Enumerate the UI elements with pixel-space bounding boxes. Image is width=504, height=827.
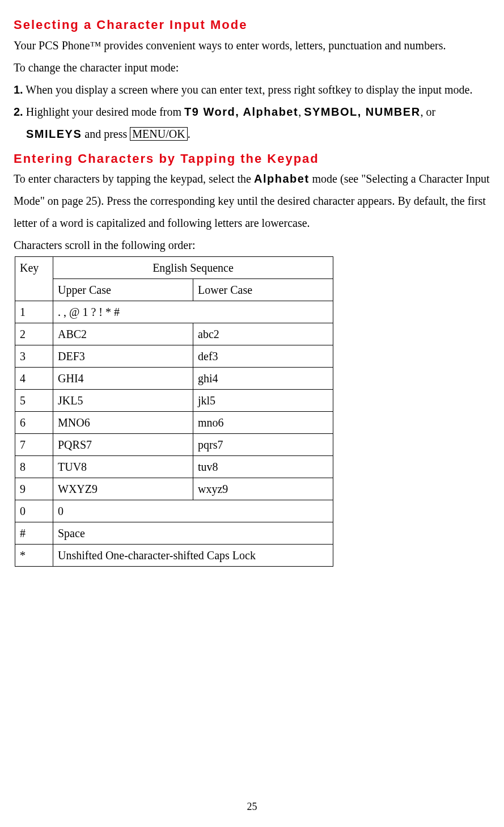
- th-english-sequence: English Sequence: [53, 257, 333, 279]
- page-number: 25: [14, 797, 490, 817]
- page: Selecting a Character Input Mode Your PC…: [14, 17, 490, 827]
- heading-tapping-keypad: Entering Characters by Tapping the Keypa…: [14, 151, 490, 167]
- step-2-text-b: and press: [82, 128, 130, 140]
- cell-span: 0: [53, 500, 333, 522]
- th-upper: Upper Case: [53, 279, 193, 301]
- heading-select-mode: Selecting a Character Input Mode: [14, 17, 490, 33]
- cell-upper: ABC2: [53, 323, 193, 345]
- th-lower: Lower Case: [193, 279, 333, 301]
- cell-lower: ghi4: [193, 368, 333, 390]
- table-row: 7PQRS7pqrs7: [15, 434, 333, 456]
- comma1: ,: [298, 106, 304, 118]
- cell-key: 4: [15, 368, 53, 390]
- table-row: 8TUV8tuv8: [15, 456, 333, 478]
- cell-key: 7: [15, 434, 53, 456]
- table-header-row: Key English Sequence: [15, 257, 333, 279]
- cell-key: 5: [15, 390, 53, 412]
- table-row: #Space: [15, 522, 333, 545]
- step-2-text-a: Highlight your desired mode from: [23, 106, 184, 118]
- cell-lower: mno6: [193, 412, 333, 434]
- cell-span: Unshifted One-character-shifted Caps Loc…: [53, 545, 333, 567]
- menu-ok-button: MENU/OK: [130, 127, 187, 141]
- cell-lower: abc2: [193, 323, 333, 345]
- cell-key: 0: [15, 500, 53, 522]
- cell-key: 3: [15, 345, 53, 368]
- table-row: 5JKL5jkl5: [15, 390, 333, 412]
- step-1: 1. When you display a screen where you c…: [14, 79, 490, 101]
- step-1-num: 1.: [14, 83, 23, 96]
- cell-lower: pqrs7: [193, 434, 333, 456]
- cell-upper: GHI4: [53, 368, 193, 390]
- table-row: 2ABC2abc2: [15, 323, 333, 345]
- para-intro: Your PCS Phone™ provides convenient ways…: [14, 35, 490, 57]
- cell-key: 9: [15, 478, 53, 500]
- mode-t9-alphabet: T9 Word, Alphabet: [184, 106, 298, 118]
- mode-symbol-number: SYMBOL, NUMBER: [304, 106, 420, 118]
- step-1-text: When you display a screen where you can …: [23, 83, 473, 96]
- para-tapping: To enter characters by tapping the keypa…: [14, 168, 490, 234]
- cell-span: . , @ 1 ? ! * #: [53, 301, 333, 323]
- mode-smileys: SMILEYS: [26, 128, 82, 140]
- para-scroll-order: Characters scroll in the following order…: [14, 234, 490, 256]
- table-row: 00: [15, 500, 333, 522]
- table-subheader-row: Upper Case Lower Case: [15, 279, 333, 301]
- cell-key: #: [15, 522, 53, 545]
- para-change: To change the character input mode:: [14, 57, 490, 79]
- table-row: 4GHI4ghi4: [15, 368, 333, 390]
- cell-upper: TUV8: [53, 456, 193, 478]
- alphabet-mode: Alphabet: [254, 172, 310, 185]
- th-key: Key: [15, 257, 53, 301]
- cell-lower: wxyz9: [193, 478, 333, 500]
- cell-upper: MNO6: [53, 412, 193, 434]
- table-row: *Unshifted One-character-shifted Caps Lo…: [15, 545, 333, 567]
- cell-key: *: [15, 545, 53, 567]
- period: .: [188, 128, 190, 140]
- cell-lower: tuv8: [193, 456, 333, 478]
- character-table: Key English Sequence Upper Case Lower Ca…: [15, 256, 333, 567]
- cell-key: 2: [15, 323, 53, 345]
- step-2-num: 2.: [14, 106, 23, 118]
- cell-span: Space: [53, 522, 333, 545]
- step-2: 2. Highlight your desired mode from T9 W…: [14, 101, 490, 145]
- cell-key: 1: [15, 301, 53, 323]
- cell-upper: WXYZ9: [53, 478, 193, 500]
- cell-upper: DEF3: [53, 345, 193, 368]
- cell-lower: def3: [193, 345, 333, 368]
- cell-upper: JKL5: [53, 390, 193, 412]
- table-row: 3DEF3def3: [15, 345, 333, 368]
- para-tapping-a: To enter characters by tapping the keypa…: [14, 172, 254, 185]
- table-row: 1. , @ 1 ? ! * #: [15, 301, 333, 323]
- cell-lower: jkl5: [193, 390, 333, 412]
- table-row: 6MNO6mno6: [15, 412, 333, 434]
- table-row: 9WXYZ9wxyz9: [15, 478, 333, 500]
- comma2: , or: [421, 106, 436, 118]
- cell-key: 8: [15, 456, 53, 478]
- cell-key: 6: [15, 412, 53, 434]
- cell-upper: PQRS7: [53, 434, 193, 456]
